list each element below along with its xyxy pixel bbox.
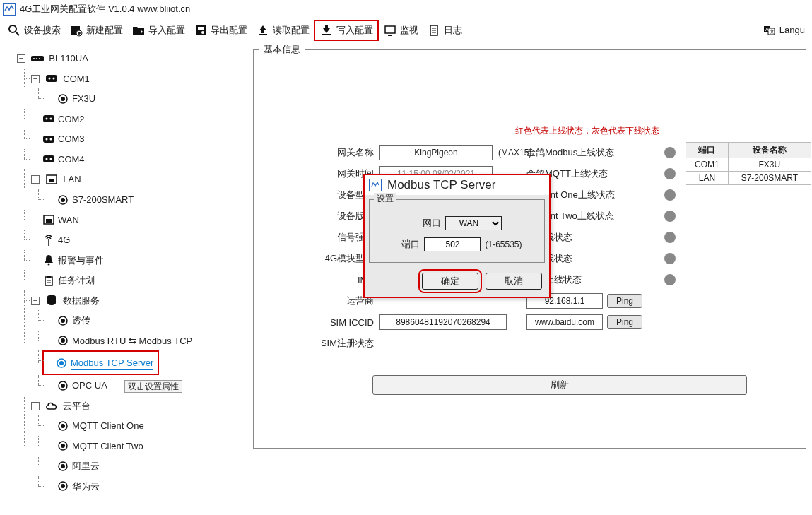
label-iccid: SIM ICCID <box>317 317 374 328</box>
th-device[interactable]: 设备名称 <box>728 143 811 158</box>
svg-rect-30 <box>46 75 57 82</box>
tree-com3[interactable]: COM3 <box>58 134 85 144</box>
toolbar-import[interactable]: 导入配置 <box>127 20 189 41</box>
tree-com4[interactable]: COM4 <box>58 153 85 164</box>
expand-toggle[interactable]: − <box>31 402 40 410</box>
dialog-title-bar[interactable]: Modbus TCP Server <box>365 175 549 195</box>
toolbar-language[interactable]: A文 Langu <box>758 20 809 41</box>
app-title: 4G工业网关配置软件 V1.0.4 www.bliiot.cn <box>20 3 190 16</box>
value-gw-name[interactable]: KingPigeon <box>379 145 493 160</box>
tree-wan[interactable]: WAN <box>58 214 79 225</box>
svg-point-0 <box>9 25 16 32</box>
svg-rect-15 <box>325 25 328 29</box>
tree-modbus-rtu-tcp[interactable]: Modbus RTU ⇆ Modbus TCP <box>72 335 192 345</box>
title-bar: 4G工业网关配置软件 V1.0.4 www.bliiot.cn <box>0 0 812 18</box>
config-panel: 基本信息 红色代表上线状态，灰色代表下线状态 网关名称KingPigeon(MA… <box>240 42 812 515</box>
svg-point-70 <box>61 464 65 468</box>
device-icon <box>57 439 69 452</box>
toolbar-write[interactable]: 写入配置 <box>314 20 379 41</box>
tree-opcua[interactable]: OPC UA <box>72 380 107 391</box>
device-icon <box>57 93 69 105</box>
status-modbus-label: 金鸽Modbus上线状态 <box>526 146 664 159</box>
table-row[interactable]: COM1FX3U <box>686 158 811 172</box>
svg-rect-38 <box>43 136 54 143</box>
label-net: 网口 <box>413 217 441 230</box>
port-icon <box>42 112 55 125</box>
device-tree[interactable]: − BL110UA − COM1 FX3U COM2 COM3 COM4 <box>0 42 240 515</box>
port-hint: (1-65535) <box>485 239 522 249</box>
task-icon <box>42 274 55 287</box>
tree-cloud[interactable]: 云平台 <box>63 400 90 410</box>
svg-marker-14 <box>323 28 330 33</box>
table-row[interactable]: LANS7-200SMART <box>686 172 811 185</box>
toolbar-monitor[interactable]: 监视 <box>379 20 423 41</box>
status-dot <box>664 211 676 222</box>
bell-icon <box>42 254 55 266</box>
tree-ali[interactable]: 阿里云 <box>72 461 100 471</box>
toolbar-export[interactable]: 导出配置 <box>189 20 252 41</box>
tree-mqtt1[interactable]: MQTT Client One <box>72 420 144 431</box>
tree-lan[interactable]: LAN <box>63 174 81 184</box>
tree-task[interactable]: 任务计划 <box>58 275 95 285</box>
svg-point-47 <box>61 198 65 202</box>
svg-rect-53 <box>47 276 51 278</box>
tree-root[interactable]: BL110UA <box>49 53 88 64</box>
tree-com2[interactable]: COM2 <box>58 113 85 124</box>
tree-mqtt2[interactable]: MQTT Client Two <box>72 440 143 451</box>
tree-huawei[interactable]: 华为云 <box>72 480 100 491</box>
value-iccid[interactable]: 89860481192070268294 <box>379 314 507 330</box>
monitor-icon <box>383 23 397 37</box>
svg-rect-52 <box>45 277 52 285</box>
svg-point-64 <box>61 384 65 388</box>
tree-passthrough[interactable]: 透传 <box>72 315 90 326</box>
ping-button[interactable]: Ping <box>607 294 642 308</box>
expand-toggle[interactable]: − <box>31 175 40 184</box>
th-port[interactable]: 端口 <box>686 143 729 158</box>
host-input[interactable]: www.baidu.com <box>526 314 603 330</box>
svg-point-60 <box>61 338 65 343</box>
expand-toggle[interactable]: − <box>31 297 40 305</box>
tree-modbus-tcp-server[interactable]: Modbus TCP Server <box>71 357 153 370</box>
svg-rect-8 <box>198 27 204 30</box>
toolbar-log[interactable]: 日志 <box>423 20 466 41</box>
toolbar-new[interactable]: 新建配置 <box>65 20 127 41</box>
tree-fx3u[interactable]: FX3U <box>72 93 95 104</box>
device-icon <box>57 334 69 347</box>
expand-toggle[interactable]: − <box>17 54 25 63</box>
svg-point-36 <box>46 118 48 120</box>
status-dot <box>664 168 676 179</box>
svg-point-40 <box>50 138 52 140</box>
wan-icon <box>42 213 55 226</box>
device-icon <box>57 480 69 492</box>
tree-s7[interactable]: S7-200SMART <box>72 194 134 205</box>
svg-point-29 <box>39 58 40 59</box>
ok-button[interactable]: 确定 <box>422 273 478 290</box>
refresh-button[interactable]: 刷新 <box>372 375 747 395</box>
status-legend: 红色代表上线状态，灰色代表下线状态 <box>515 125 659 137</box>
svg-point-31 <box>48 78 50 80</box>
svg-point-34 <box>61 97 65 101</box>
svg-point-9 <box>201 31 204 34</box>
tree-4g[interactable]: 4G <box>58 235 70 245</box>
net-select[interactable]: WAN <box>445 216 502 230</box>
svg-text:文: 文 <box>770 29 775 34</box>
device-icon <box>57 314 69 327</box>
modbus-tcp-server-dialog: Modbus TCP Server 设置 网口 WAN 端口 (1-65535) <box>363 174 551 298</box>
device-icon <box>57 379 69 392</box>
ping-button[interactable]: Ping <box>607 315 642 329</box>
expand-toggle[interactable]: − <box>31 75 40 83</box>
tree-alarm[interactable]: 报警与事件 <box>58 254 104 265</box>
tree-com1[interactable]: COM1 <box>63 73 90 83</box>
toolbar-search[interactable]: 设备搜索 <box>3 20 65 41</box>
download-icon <box>319 23 334 37</box>
svg-point-68 <box>61 444 65 448</box>
tree-data-service[interactable]: 数据服务 <box>63 295 100 305</box>
label-port: 端口 <box>392 238 420 251</box>
toolbar-read[interactable]: 读取配置 <box>252 20 314 41</box>
cancel-button[interactable]: 取消 <box>486 273 542 290</box>
device-icon <box>57 460 69 473</box>
app-icon <box>369 179 382 191</box>
svg-rect-35 <box>43 115 54 122</box>
port-input[interactable] <box>424 237 481 251</box>
tooltip: 双击设置属性 <box>124 380 182 393</box>
